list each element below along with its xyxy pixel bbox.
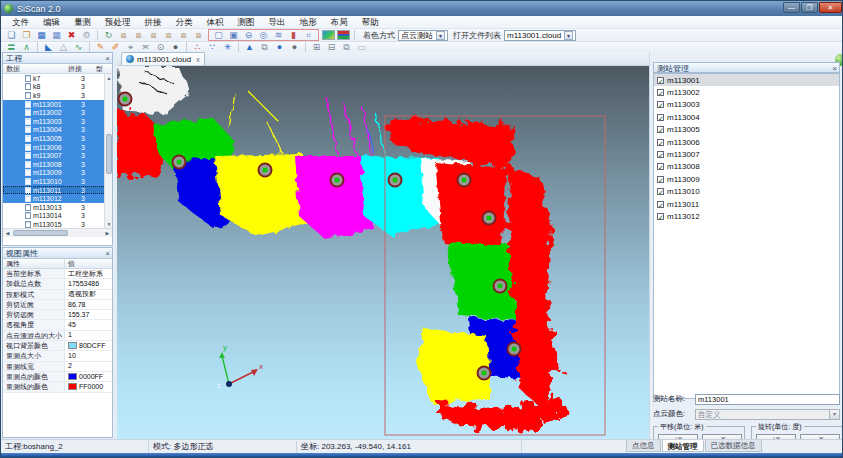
chevron-down-icon[interactable]: ▾ xyxy=(564,31,573,40)
cone-blue-icon[interactable]: ▲ xyxy=(243,42,256,53)
tree-vertical-scrollbar[interactable]: ▲ ▼ xyxy=(104,74,112,228)
station-item-m113001[interactable]: ✓m113001 xyxy=(654,74,839,86)
select-lasso-icon[interactable]: ≋ xyxy=(272,30,285,41)
property-row[interactable]: 投影模式透视投影 xyxy=(3,290,112,300)
station-checkbox[interactable]: ✓ xyxy=(657,176,664,183)
tree-item-m113011[interactable]: m1130113 xyxy=(3,186,112,195)
station-item-m113005[interactable]: ✓m113005 xyxy=(654,124,839,136)
column-property[interactable]: 属性 xyxy=(3,259,65,268)
menu-item-layout[interactable]: 布局 xyxy=(324,16,355,29)
menu-item-help[interactable]: 帮助 xyxy=(355,16,386,29)
property-row[interactable]: 量测点大小10 xyxy=(3,351,112,361)
colorize-icon[interactable] xyxy=(322,30,335,40)
property-row[interactable]: 当前坐标系工程坐标系 xyxy=(3,269,112,279)
station-name-input[interactable]: m113001 xyxy=(695,394,840,405)
zoom-region-icon[interactable]: ⊖ xyxy=(242,30,255,41)
property-row[interactable]: 剪切远面155.37 xyxy=(3,310,112,320)
column-value[interactable]: 值 xyxy=(65,259,75,268)
station-item-m113008[interactable]: ✓m113008 xyxy=(654,161,839,173)
tree-item-m113012[interactable]: m1130123 xyxy=(3,194,112,203)
property-row[interactable]: 透视角度45 xyxy=(3,320,112,330)
tree-item-m113005[interactable]: m1130053 xyxy=(3,134,112,143)
network-icon[interactable]: ✳ xyxy=(221,42,234,53)
scrollbar-thumb[interactable] xyxy=(13,230,68,236)
open-folder-icon[interactable]: ❐ xyxy=(20,30,33,41)
menu-item-edit[interactable]: 编辑 xyxy=(36,16,67,29)
tree-item-m113002[interactable]: m1130023 xyxy=(3,108,112,117)
menu-item-export[interactable]: 导出 xyxy=(262,16,293,29)
station-item-m113010[interactable]: ✓m113010 xyxy=(654,186,839,198)
viewport-3d[interactable]: y x z xyxy=(117,66,649,439)
scrollbar-thumb[interactable] xyxy=(106,134,112,174)
tree-column-header[interactable]: 数据 拼接 型 xyxy=(3,64,112,74)
station-checkbox[interactable]: ✓ xyxy=(657,114,664,121)
tree-item-m113001[interactable]: m1130013 xyxy=(3,100,112,109)
station-item-m113012[interactable]: ✓m113012 xyxy=(654,210,839,222)
curve-green-icon[interactable]: ∿ xyxy=(72,42,85,53)
select-rect-icon[interactable]: ▢ xyxy=(212,30,225,41)
station-item-m113003[interactable]: ✓m113003 xyxy=(654,99,839,111)
station-checkbox[interactable]: ✓ xyxy=(657,101,664,108)
points-red-icon[interactable]: ∴ xyxy=(191,42,204,53)
view-cube-left-icon[interactable]: ⧈ xyxy=(147,30,160,41)
split-window-icon[interactable]: ⊞ xyxy=(310,42,323,53)
pencil-icon[interactable]: ✐ xyxy=(109,42,122,53)
station-checkbox[interactable]: ✓ xyxy=(657,77,664,84)
project-panel-header[interactable]: 工程 × xyxy=(3,53,112,64)
station-checkbox[interactable]: ✓ xyxy=(657,213,664,220)
scroll-up-icon[interactable]: ▲ xyxy=(105,74,112,82)
tree-item-m113010[interactable]: m1130103 xyxy=(3,177,112,186)
station-checkbox[interactable]: ✓ xyxy=(657,188,664,195)
rainbow-layers-icon[interactable] xyxy=(337,30,350,40)
column-type[interactable]: 型 xyxy=(93,64,111,73)
property-row[interactable]: 点云漫游点的大小1 xyxy=(3,331,112,341)
new-file-icon[interactable]: ❏ xyxy=(5,30,18,41)
station-checkbox[interactable]: ✓ xyxy=(657,151,664,158)
save-all-icon[interactable]: ▦ xyxy=(50,30,63,41)
menu-item-measure[interactable]: 量测 xyxy=(67,16,98,29)
bottom-tab-point-info[interactable]: 点信息 xyxy=(626,440,661,452)
station-panel-header[interactable]: 测站管理 × xyxy=(653,62,840,73)
sphere-gray-icon[interactable]: ● xyxy=(288,42,301,53)
cascade-window-icon[interactable]: ⧉ xyxy=(340,42,353,53)
shading-mode-select[interactable]: 点云测站 ▾ xyxy=(398,30,448,41)
tree-item-m113007[interactable]: m1130073 xyxy=(3,151,112,160)
property-row[interactable]: 加载总点数17553486 xyxy=(3,279,112,289)
station-item-m113006[interactable]: ✓m113006 xyxy=(654,136,839,148)
settings-gears-icon[interactable]: ⚙ xyxy=(80,30,93,41)
tree-horizontal-scrollbar[interactable]: ◀ ▶ xyxy=(3,228,112,237)
close-icon[interactable]: x xyxy=(196,56,200,63)
sphere-dark-icon[interactable]: ● xyxy=(169,42,182,53)
points-blue-icon[interactable]: ∵ xyxy=(206,42,219,53)
rotate-view-icon[interactable]: ↻ xyxy=(102,30,115,41)
scroll-left-icon[interactable]: ◀ xyxy=(3,229,12,237)
menu-item-volume[interactable]: 体积 xyxy=(200,16,231,29)
scroll-down-icon[interactable]: ▼ xyxy=(105,220,112,228)
tree-item-m113015[interactable]: m1130153 xyxy=(3,220,112,228)
station-checkbox[interactable]: ✓ xyxy=(657,139,664,146)
measure-dist-icon[interactable]: ≍ xyxy=(139,42,152,53)
tree-item-m113009[interactable]: m1130093 xyxy=(3,169,112,178)
property-row[interactable]: 视口背景颜色80DCFF xyxy=(3,341,112,351)
column-data[interactable]: 数据 xyxy=(3,64,65,73)
station-checkbox[interactable]: ✓ xyxy=(657,126,664,133)
tree-item-k7[interactable]: k73 xyxy=(3,74,112,83)
property-row[interactable]: 量测线的颜色FF0000 xyxy=(3,382,112,392)
tree-item-m113004[interactable]: m1130043 xyxy=(3,126,112,135)
fit-polyline-icon[interactable]: ∧ xyxy=(20,42,33,53)
sphere-blue-icon[interactable]: ● xyxy=(273,42,286,53)
scroll-right-icon[interactable]: ▶ xyxy=(103,229,112,237)
close-icon[interactable]: × xyxy=(105,53,110,64)
menu-item-classify[interactable]: 分类 xyxy=(169,16,200,29)
view-cube-top-icon[interactable]: ⧈ xyxy=(177,30,190,41)
menu-item-mapping[interactable]: 测图 xyxy=(231,16,262,29)
station-item-m113007[interactable]: ✓m113007 xyxy=(654,148,839,160)
cloud-color-select[interactable]: 自定义 ▾ xyxy=(695,409,840,420)
select-grid-icon[interactable]: ⌗ xyxy=(302,30,315,41)
triangle-blue-icon[interactable]: ◣ xyxy=(42,42,55,53)
minimize-button[interactable]: — xyxy=(783,2,800,13)
close-button[interactable]: ✕ xyxy=(819,2,842,13)
file-list-select[interactable]: m113001.cloud ▾ xyxy=(504,30,576,41)
view-cube-back-icon[interactable]: ⧈ xyxy=(132,30,145,41)
menu-item-preprocess[interactable]: 预处理 xyxy=(98,16,138,29)
